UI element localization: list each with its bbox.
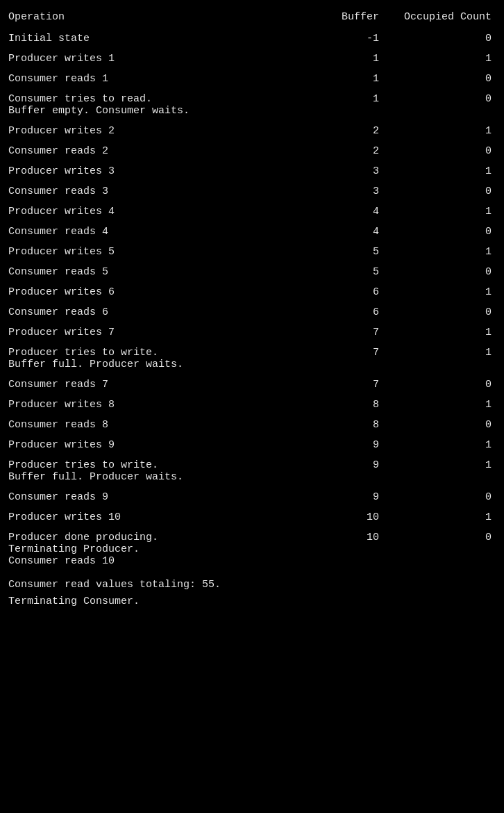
cell-buffer: 9 — [301, 487, 400, 507]
table-row: Consumer reads 770 — [6, 375, 498, 395]
cell-occupied: 0 — [400, 181, 498, 202]
cell-operation: Consumer reads 2 — [6, 141, 301, 161]
cell-buffer: 3 — [301, 181, 400, 202]
cell-buffer: 2 — [301, 141, 400, 161]
cell-operation: Consumer reads 5 — [6, 262, 301, 282]
cell-buffer: 3 — [301, 161, 400, 181]
cell-occupied: 1 — [400, 282, 498, 302]
cell-operation: Producer writes 9 — [6, 435, 301, 455]
cell-operation: Consumer reads 3 — [6, 181, 301, 202]
cell-operation: Consumer reads 8 — [6, 415, 301, 435]
cell-occupied: 0 — [400, 69, 498, 89]
cell-buffer: -1 — [301, 28, 400, 49]
cell-buffer: 2 — [301, 121, 400, 141]
table-row: Producer writes 10101 — [6, 507, 498, 527]
cell-buffer: 6 — [301, 302, 400, 322]
cell-operation: Producer tries to write.Buffer full. Pro… — [6, 455, 301, 487]
cell-occupied: 1 — [400, 322, 498, 343]
cell-occupied: 1 — [400, 435, 498, 455]
cell-occupied: 1 — [400, 121, 498, 141]
table-row: Consumer reads 440 — [6, 222, 498, 242]
cell-occupied: 1 — [400, 202, 498, 222]
cell-occupied: 0 — [400, 527, 498, 571]
cell-buffer: 8 — [301, 395, 400, 415]
table-row: Producer tries to write.Buffer full. Pro… — [6, 343, 498, 375]
table-row: Producer tries to write.Buffer full. Pro… — [6, 455, 498, 487]
table-row: Consumer reads 550 — [6, 262, 498, 282]
footer-text: Consumer read values totaling: 55.Termin… — [6, 571, 498, 616]
table-row: Initial state-10 — [6, 28, 498, 49]
table-row: Producer writes 661 — [6, 282, 498, 302]
cell-buffer: 4 — [301, 222, 400, 242]
table-row: Producer writes 331 — [6, 161, 498, 181]
table-row: Producer writes 771 — [6, 322, 498, 343]
cell-buffer: 9 — [301, 455, 400, 487]
cell-operation: Producer writes 7 — [6, 322, 301, 343]
table-row: Producer writes 111 — [6, 49, 498, 69]
table-row: Consumer reads 110 — [6, 69, 498, 89]
table-row: Consumer reads 330 — [6, 181, 498, 202]
cell-occupied: 0 — [400, 262, 498, 282]
cell-operation: Consumer tries to read.Buffer empty. Con… — [6, 89, 301, 121]
cell-occupied: 1 — [400, 242, 498, 262]
cell-occupied: 1 — [400, 395, 498, 415]
table-row: Consumer tries to read.Buffer empty. Con… — [6, 89, 498, 121]
cell-occupied: 0 — [400, 222, 498, 242]
header-operation: Operation — [6, 7, 301, 28]
table-row: Consumer reads 880 — [6, 415, 498, 435]
cell-occupied: 1 — [400, 161, 498, 181]
cell-operation: Consumer reads 4 — [6, 222, 301, 242]
cell-buffer: 8 — [301, 415, 400, 435]
cell-operation: Producer writes 10 — [6, 507, 301, 527]
cell-occupied: 0 — [400, 415, 498, 435]
cell-occupied: 0 — [400, 487, 498, 507]
cell-buffer: 1 — [301, 89, 400, 121]
cell-occupied: 0 — [400, 375, 498, 395]
cell-occupied: 1 — [400, 343, 498, 375]
table-row: Producer done producing.Terminating Prod… — [6, 527, 498, 571]
cell-buffer: 7 — [301, 375, 400, 395]
cell-buffer: 10 — [301, 507, 400, 527]
cell-operation: Producer writes 8 — [6, 395, 301, 415]
table-row: Consumer reads 220 — [6, 141, 498, 161]
cell-operation: Producer done producing.Terminating Prod… — [6, 527, 301, 571]
cell-buffer: 5 — [301, 262, 400, 282]
cell-buffer: 7 — [301, 343, 400, 375]
cell-operation: Consumer reads 1 — [6, 69, 301, 89]
cell-operation: Producer writes 3 — [6, 161, 301, 181]
cell-buffer: 10 — [301, 527, 400, 571]
cell-buffer: 7 — [301, 322, 400, 343]
cell-occupied: 0 — [400, 28, 498, 49]
cell-buffer: 9 — [301, 435, 400, 455]
cell-operation: Producer writes 1 — [6, 49, 301, 69]
cell-occupied: 0 — [400, 141, 498, 161]
cell-occupied: 0 — [400, 89, 498, 121]
header-buffer: Buffer — [301, 7, 400, 28]
table-row: Producer writes 991 — [6, 435, 498, 455]
header-occupied: Occupied Count — [400, 7, 498, 28]
cell-occupied: 1 — [400, 455, 498, 487]
table-row: Producer writes 551 — [6, 242, 498, 262]
table-row: Consumer reads 660 — [6, 302, 498, 322]
table-row: Producer writes 881 — [6, 395, 498, 415]
cell-operation: Producer tries to write.Buffer full. Pro… — [6, 343, 301, 375]
cell-operation: Producer writes 4 — [6, 202, 301, 222]
cell-operation: Producer writes 2 — [6, 121, 301, 141]
cell-buffer: 1 — [301, 49, 400, 69]
cell-buffer: 6 — [301, 282, 400, 302]
table-row: Producer writes 221 — [6, 121, 498, 141]
cell-operation: Initial state — [6, 28, 301, 49]
cell-buffer: 1 — [301, 69, 400, 89]
cell-occupied: 1 — [400, 507, 498, 527]
cell-operation: Producer writes 6 — [6, 282, 301, 302]
cell-operation: Producer writes 5 — [6, 242, 301, 262]
cell-buffer: 4 — [301, 202, 400, 222]
cell-occupied: 1 — [400, 49, 498, 69]
table-row: Consumer reads 990 — [6, 487, 498, 507]
table-row: Producer writes 441 — [6, 202, 498, 222]
cell-operation: Consumer reads 6 — [6, 302, 301, 322]
main-table: Operation Buffer Occupied Count Initial … — [6, 7, 498, 571]
cell-occupied: 0 — [400, 302, 498, 322]
cell-operation: Consumer reads 9 — [6, 487, 301, 507]
cell-operation: Consumer reads 7 — [6, 375, 301, 395]
